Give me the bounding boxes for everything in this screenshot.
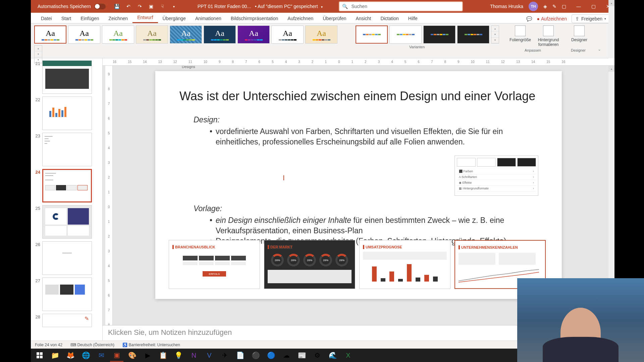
theme-item[interactable]: Aa bbox=[271, 25, 304, 44]
share-button[interactable]: ⇪Freigeben ▾ bbox=[572, 14, 610, 23]
collapse-ribbon-icon[interactable]: ⌄ bbox=[598, 47, 601, 52]
firefox-icon[interactable]: 🦊 bbox=[64, 349, 77, 362]
language-status[interactable]: ⌨ Deutsch (Österreich) bbox=[70, 343, 114, 347]
comments-icon[interactable]: 💬 bbox=[526, 16, 532, 21]
designer-icon bbox=[574, 25, 585, 36]
user-name[interactable]: Thomas Hruska bbox=[490, 4, 523, 9]
webcam-overlay bbox=[517, 278, 644, 362]
explorer-icon[interactable]: 📁 bbox=[48, 349, 62, 362]
app-icon[interactable]: 💡 bbox=[172, 349, 185, 362]
theme-gallery-more[interactable]: ▴▾▾ bbox=[34, 45, 42, 63]
tab-aufzeichnen[interactable]: Aufzeichnen bbox=[283, 14, 318, 23]
tab-datei[interactable]: Datei bbox=[36, 14, 57, 23]
tab-uebergaenge[interactable]: Übergänge bbox=[158, 14, 191, 23]
present-icon[interactable]: ▣ bbox=[148, 3, 155, 10]
pen-icon[interactable]: ✎ bbox=[552, 4, 556, 9]
autosave-toggle[interactable]: Automatisches Speichern bbox=[38, 4, 106, 9]
tab-entwurf[interactable]: Entwurf bbox=[132, 13, 158, 23]
design-label[interactable]: Design: bbox=[194, 115, 538, 124]
tab-bildschirm[interactable]: Bildschirmpräsentation bbox=[226, 14, 283, 23]
diamond-icon[interactable]: ◈ bbox=[543, 4, 547, 9]
svg-rect-3 bbox=[40, 356, 43, 358]
theme-item[interactable]: Aa bbox=[237, 25, 270, 44]
designer-button[interactable]: Designer bbox=[567, 25, 592, 42]
visio-icon[interactable]: V bbox=[203, 349, 216, 362]
app-icon[interactable]: ☁ bbox=[280, 349, 293, 362]
svg-rect-0 bbox=[37, 352, 39, 355]
design-bullet[interactable]: vordefinierte Auswahl von Farben, Schrif… bbox=[210, 126, 538, 147]
theme-item[interactable]: Aa bbox=[170, 25, 202, 44]
theme-item[interactable]: Aa bbox=[34, 25, 66, 44]
variants-gallery: ▴▾▾ bbox=[356, 25, 499, 44]
minimize-button[interactable]: — bbox=[575, 3, 582, 10]
qat-more-icon[interactable]: ▾ bbox=[171, 3, 177, 10]
text-cursor: I bbox=[283, 174, 285, 182]
tab-zeichnen[interactable]: Zeichnen bbox=[104, 14, 133, 23]
slide-thumb[interactable]: ━━━━━━━━━━━━━━━ bbox=[42, 133, 92, 166]
app-icon[interactable]: 📋 bbox=[156, 349, 170, 362]
chevron-down-icon[interactable]: ▾ bbox=[321, 5, 323, 9]
vorlage-label[interactable]: Vorlage: bbox=[194, 204, 538, 213]
app-icon[interactable]: 🔵 bbox=[264, 349, 278, 362]
format-background-button[interactable]: Hintergrund formatieren bbox=[536, 25, 561, 47]
slide-content[interactable]: Was ist der Unterschied zwischen einem D… bbox=[155, 71, 562, 299]
variant-item[interactable] bbox=[423, 25, 455, 44]
titlebar: Automatisches Speichern 💾 ↶ ↷ ▣ ☟ ▾ PPT … bbox=[31, 0, 614, 13]
excel-icon[interactable]: X bbox=[341, 349, 355, 362]
telegram-icon[interactable]: ✈ bbox=[218, 349, 231, 362]
accessibility-status[interactable]: ♿ Barrierefreiheit: Untersuchen bbox=[122, 343, 180, 347]
maximize-button[interactable]: ▢ bbox=[590, 3, 597, 10]
tab-hilfe[interactable]: Hilfe bbox=[404, 14, 422, 23]
tab-animationen[interactable]: Animationen bbox=[191, 14, 226, 23]
undo-icon[interactable]: ↶ bbox=[125, 3, 132, 10]
tab-einfuegen[interactable]: Einfügen bbox=[76, 14, 104, 23]
tab-start[interactable]: Start bbox=[57, 14, 76, 23]
tab-ansicht[interactable]: Ansicht bbox=[351, 14, 376, 23]
touch-icon[interactable]: ☟ bbox=[159, 3, 166, 10]
save-icon[interactable]: 💾 bbox=[114, 3, 120, 10]
tab-dictation[interactable]: Dictation bbox=[376, 14, 403, 23]
slide-thumb[interactable]: ✎ bbox=[42, 314, 92, 327]
vlc-icon[interactable]: ▶ bbox=[141, 349, 154, 362]
theme-item[interactable]: Aa bbox=[136, 25, 168, 44]
search-input[interactable]: 🔍 Suchen bbox=[339, 1, 463, 11]
variant-item[interactable] bbox=[356, 25, 388, 44]
doc-title[interactable]: PPT 01 Roter Faden 00... • Auf "diesem P… bbox=[198, 4, 323, 9]
slide-counter[interactable]: Folie 24 von 42 bbox=[35, 343, 62, 347]
slide-title[interactable]: Was ist der Unterschied zwischen einem D… bbox=[179, 89, 538, 103]
start-button[interactable] bbox=[33, 349, 46, 362]
vorlage-bullet-1[interactable]: ein Design einschließlich einiger Inhalt… bbox=[210, 215, 538, 236]
app-icon[interactable]: 📰 bbox=[295, 349, 309, 362]
slide-thumb[interactable] bbox=[42, 60, 92, 94]
outlook-icon[interactable]: ✉ bbox=[95, 349, 108, 362]
tab-ueberpruefen[interactable]: Überprüfen bbox=[318, 14, 351, 23]
slide-thumb[interactable] bbox=[42, 97, 92, 130]
window-icon[interactable]: ▢ bbox=[562, 4, 566, 9]
record-button[interactable]: ● Aufzeichnen bbox=[537, 16, 567, 21]
toggle-switch[interactable] bbox=[94, 4, 106, 9]
slide-thumb-current[interactable]: ━━━━━━━━━━━━━━━━━━━━ bbox=[42, 169, 92, 202]
theme-item[interactable]: Aa bbox=[305, 25, 337, 44]
slide-thumb[interactable]: ━━━━━━━ bbox=[42, 241, 92, 275]
variant-item[interactable] bbox=[457, 25, 489, 44]
app-icon[interactable]: 📄 bbox=[233, 349, 247, 362]
settings-icon[interactable]: ⚙ bbox=[311, 349, 324, 362]
variant-item[interactable] bbox=[389, 25, 422, 44]
theme-item[interactable]: Aa bbox=[68, 25, 100, 44]
theme-item[interactable]: Aa bbox=[204, 25, 236, 44]
avatar[interactable]: TH bbox=[529, 2, 538, 11]
slide-size-button[interactable]: Foliengröße bbox=[508, 25, 533, 47]
onenote-icon[interactable]: N bbox=[187, 349, 201, 362]
theme-item[interactable]: Aa bbox=[102, 25, 134, 44]
slide-thumb[interactable] bbox=[42, 205, 92, 239]
powerpoint-icon[interactable]: ▣ bbox=[110, 349, 123, 362]
variants-more[interactable]: ▴▾▾ bbox=[491, 25, 499, 44]
chrome-icon[interactable]: 🌐 bbox=[79, 349, 93, 362]
obs-icon[interactable]: ⚫ bbox=[249, 349, 262, 362]
app-icon[interactable]: 🎨 bbox=[125, 349, 139, 362]
redo-icon[interactable]: ↷ bbox=[137, 3, 143, 10]
inset-variants-image: ⬛ Farben› A Schriftarten› ◉ Effekte› ▦ H… bbox=[454, 156, 538, 196]
edge-icon[interactable]: 🌊 bbox=[326, 349, 339, 362]
slide-thumb[interactable] bbox=[42, 278, 92, 311]
slide-thumbnails-panel[interactable]: ▴ 21 22 23━━━━━━━━━━━━━━━ 24━━━━━━━━━━━━… bbox=[31, 58, 103, 341]
